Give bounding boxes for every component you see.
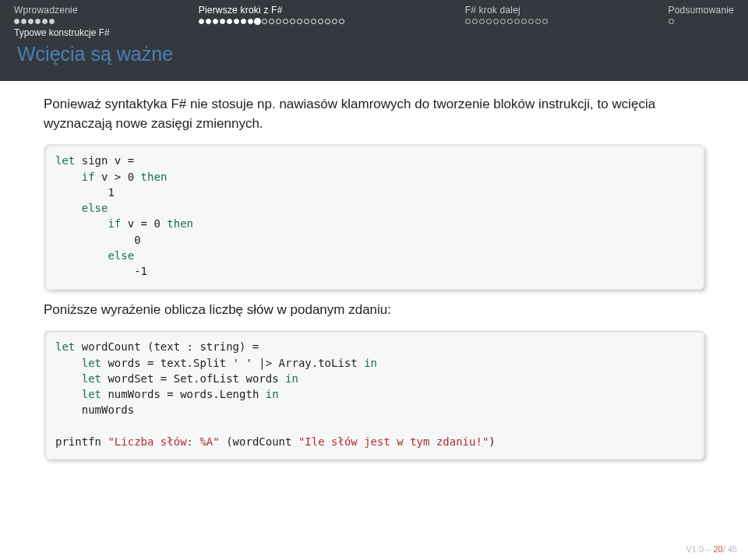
paragraph-2: Poniższe wyrażenie oblicza liczbę słów w… xyxy=(44,301,704,320)
version: V1.0 – xyxy=(686,544,714,554)
nav-label: Pierwsze kroki z F# xyxy=(199,5,283,16)
nav-label: Wprowadzenie xyxy=(14,5,78,16)
nav-section-first-steps[interactable]: Pierwsze kroki z F# xyxy=(199,5,344,24)
subsection-label: Typowe konstrukcje F# xyxy=(0,24,748,38)
code-block-sign: let sign v = if v > 0 then 1 else if v =… xyxy=(44,144,704,289)
nav-section-further[interactable]: F# krok dalej xyxy=(465,5,548,24)
nav-dots xyxy=(669,19,674,24)
nav-label: F# krok dalej xyxy=(465,5,520,16)
nav-dots xyxy=(465,19,548,24)
nav-section-summary[interactable]: Podsumowanie xyxy=(669,5,734,24)
nav-label: Podsumowanie xyxy=(669,5,734,16)
page-total: 45 xyxy=(728,544,737,554)
paragraph-1: Ponieważ syntaktyka F# nie stosuje np. n… xyxy=(44,95,704,133)
slide-footer: V1.0 – 20/ 45 xyxy=(686,544,737,554)
nav-dots xyxy=(14,19,55,24)
code-block-wordcount: let wordCount (text : string) = let word… xyxy=(44,330,704,460)
slide-header: Wprowadzenie Pierwsze kroki z F# F# krok… xyxy=(0,0,748,81)
nav-dots xyxy=(199,19,344,24)
nav-section-intro[interactable]: Wprowadzenie xyxy=(14,5,78,24)
slide-content: Ponieważ syntaktyka F# nie stosuje np. n… xyxy=(0,81,748,460)
nav-sections: Wprowadzenie Pierwsze kroki z F# F# krok… xyxy=(0,0,748,24)
slide-title: Wcięcia są ważne xyxy=(0,38,748,73)
page-current: 20 xyxy=(713,544,722,554)
